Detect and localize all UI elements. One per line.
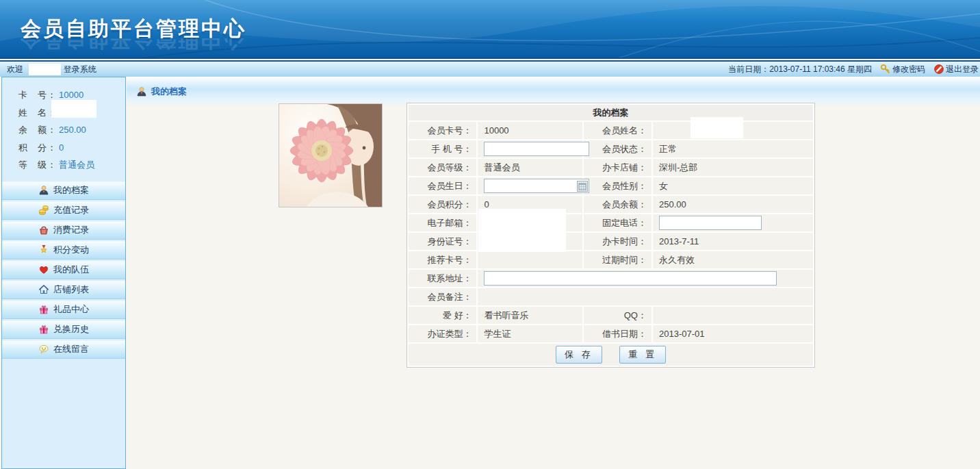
profile-balance-row: 余 额：250.00 (18, 121, 125, 139)
birthday-label: 会员生日： (409, 177, 476, 194)
logout-link[interactable]: 退出登录 (933, 64, 979, 75)
hobby-label: 爱 好： (409, 307, 476, 324)
basket-icon (38, 225, 49, 236)
welcome-suffix: 登录系统 (64, 64, 96, 74)
balance-value: 250.00 (653, 196, 813, 213)
chat-icon (38, 344, 49, 355)
id-card-label: 身份证号： (409, 233, 476, 250)
sidebar-item-label: 店铺列表 (53, 283, 89, 296)
tel-label: 固定电话： (584, 214, 652, 231)
logout-block-icon (933, 64, 944, 75)
current-date-text: 当前日期：2013-07-11 17:03:46 星期四 (728, 64, 872, 75)
birthday-input[interactable] (484, 179, 589, 193)
card-no-value: 10000 (59, 90, 83, 100)
card-no-label: 卡 号： (18, 90, 57, 100)
balance-label: 会员余额： (584, 196, 652, 213)
gift-icon (38, 304, 49, 315)
app-banner: 会员自助平台管理中心 会员自助平台管理中心 (0, 0, 980, 59)
sidebar-item-label: 礼品中心 (53, 303, 89, 316)
expire-value: 永久有效 (653, 251, 813, 268)
redaction-box-sidebar-name (51, 100, 96, 118)
address-label: 联系地址： (409, 270, 476, 287)
email-label: 电子邮箱： (409, 214, 476, 231)
calendar-icon[interactable] (577, 181, 588, 192)
shop-value: 深圳-总部 (653, 159, 813, 176)
expire-label: 过期时间： (584, 251, 652, 268)
remark-value (478, 288, 813, 305)
page-title-reflection: 会员自助平台管理中心 (21, 38, 246, 53)
remark-label: 会员备注： (409, 288, 476, 305)
reset-button[interactable]: 重 置 (619, 346, 666, 364)
qq-value (653, 307, 813, 324)
logout-label: 退出登录 (946, 64, 979, 75)
sidebar-item-my-profile[interactable]: 我的档案 (2, 181, 125, 200)
qq-label: QQ： (584, 307, 652, 324)
status-value: 正常 (653, 140, 813, 157)
redaction-box-member-name (691, 117, 743, 138)
phone-input[interactable] (484, 142, 589, 156)
sidebar-item-exchange-history[interactable]: 兑换历史 (2, 320, 125, 339)
borrow-date-value: 2013-07-01 (653, 325, 813, 342)
card-time-label: 办卡时间： (584, 233, 652, 250)
sidebar-item-shop-list[interactable]: 店铺列表 (2, 281, 125, 299)
sidebar-item-label: 兑换历史 (53, 323, 89, 335)
card-time-value: 2013-7-11 (653, 233, 813, 250)
profile-points-row: 积 分：0 (18, 139, 125, 157)
profile-level-row: 等 级：普通会员 (18, 156, 125, 174)
sidebar-item-label: 消费记录 (53, 224, 89, 236)
phone-label: 手 机 号： (409, 140, 476, 157)
sidebar-item-label: 我的档案 (53, 184, 89, 197)
sidebar-item-label: 积分变动 (53, 244, 89, 256)
save-button[interactable]: 保 存 (556, 346, 602, 364)
medal-icon (38, 244, 49, 255)
profile-form-table: 我的档案 会员卡号： 10000 会员姓名： 手 机 号： 会员状态： 正常 会… (407, 103, 815, 368)
balance-value: 250.00 (59, 125, 86, 135)
change-password-label: 修改密码 (892, 64, 925, 75)
redaction-box-email-id (478, 209, 566, 252)
tel-input[interactable] (659, 216, 762, 230)
hobby-value: 看书听音乐 (478, 307, 582, 324)
form-title: 我的档案 (409, 105, 813, 121)
points-value: 0 (59, 142, 64, 153)
breadcrumb-label: 我的档案 (151, 86, 187, 98)
heart-icon (38, 264, 49, 275)
coins-icon (38, 205, 49, 216)
redaction-box-welcome-name (29, 64, 61, 75)
gift-icon (38, 324, 49, 335)
sidebar-item-label: 我的队伍 (53, 264, 89, 276)
sidebar-menu: 我的档案 充值记录 消费记录 积分变动 我的队伍 店铺列表 (2, 181, 125, 359)
main-content: 我的档案 (127, 77, 980, 469)
referrer-value (478, 251, 582, 268)
gender-label: 会员性别： (584, 177, 652, 194)
sidebar-item-consumption-records[interactable]: 消费记录 (2, 221, 125, 240)
level-value: 普通会员 (478, 159, 582, 176)
sidebar-item-recharge-records[interactable]: 充值记录 (2, 201, 125, 220)
points-label: 积 分： (18, 142, 57, 153)
level-label: 等 级： (18, 160, 57, 170)
user-icon (38, 185, 49, 196)
welcome-prefix: 欢迎 (7, 64, 23, 74)
sidebar-item-online-message[interactable]: 在线留言 (2, 340, 125, 359)
sidebar-item-label: 在线留言 (53, 343, 89, 355)
sidebar: 卡 号：10000 姓 名： 余 额：250.00 积 分：0 等 级：普通会员… (1, 77, 126, 469)
sidebar-item-points-changes[interactable]: 积分变动 (2, 241, 125, 259)
page: 会员自助平台管理中心 会员自助平台管理中心 欢迎 登录系统 当前日期：2013-… (0, 0, 980, 469)
change-password-link[interactable]: 修改密码 (880, 64, 925, 75)
key-icon (880, 64, 891, 75)
gender-value: 女 (653, 177, 813, 194)
shop-label: 办卡店铺： (584, 159, 652, 176)
borrow-date-label: 借书日期： (584, 325, 652, 342)
cert-type-label: 办证类型： (409, 325, 476, 342)
sidebar-item-label: 充值记录 (53, 204, 89, 216)
member-name-label: 会员姓名： (584, 122, 652, 139)
card-no-label: 会员卡号： (409, 122, 476, 139)
user-icon (136, 86, 147, 97)
card-no-value: 10000 (478, 122, 582, 139)
member-photo (279, 103, 383, 207)
sidebar-item-my-team[interactable]: 我的队伍 (2, 261, 125, 279)
level-label: 会员等级： (409, 159, 476, 176)
address-input[interactable] (484, 271, 777, 286)
member-photo-image (279, 104, 382, 207)
status-label: 会员状态： (584, 140, 652, 157)
sidebar-item-gift-center[interactable]: 礼品中心 (2, 301, 125, 319)
